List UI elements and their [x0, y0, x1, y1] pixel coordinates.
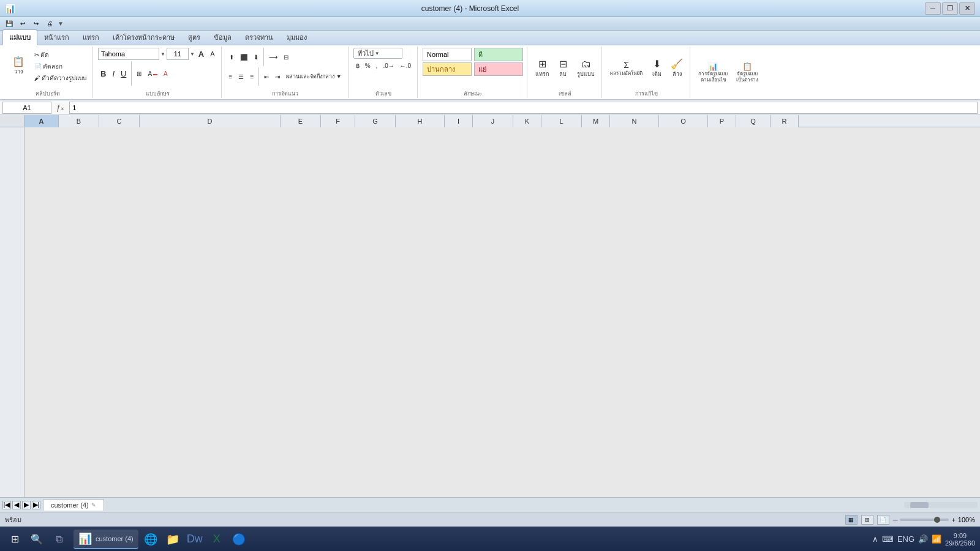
style-good-button[interactable]: ดี — [474, 48, 523, 61]
tab-formulas[interactable]: เค้าโครงหน้ากระดาษ — [106, 29, 181, 45]
align-bottom-button[interactable]: ⬇ — [251, 51, 261, 62]
col-header-Q[interactable]: Q — [736, 115, 771, 127]
tab-review[interactable]: ข้อมูล — [207, 29, 238, 45]
tab-help[interactable]: มุมมอง — [280, 29, 314, 45]
close-button[interactable]: ✕ — [959, 2, 975, 15]
increase-indent-button[interactable]: ⇥ — [273, 71, 282, 82]
align-center-button[interactable]: ☰ — [236, 71, 246, 82]
col-header-C[interactable]: C — [99, 115, 140, 127]
undo-qat-button[interactable]: ↩ — [17, 18, 28, 29]
task-view-button[interactable]: ⧉ — [49, 530, 69, 549]
format-painter-button[interactable]: 🖌 ตัวคัดวางรูปแบบ — [32, 72, 89, 83]
number-format-dropdown[interactable]: ทั่วไป ▼ — [353, 48, 402, 59]
fill-color-button[interactable]: A▬ — [145, 68, 160, 79]
sheet-nav-last[interactable]: ▶| — [32, 501, 40, 509]
align-top-button[interactable]: ⬆ — [227, 51, 236, 62]
col-header-R[interactable]: R — [771, 115, 799, 127]
col-header-P[interactable]: P — [708, 115, 736, 127]
minimize-button[interactable]: ─ — [925, 2, 941, 15]
start-button[interactable]: ⊞ — [5, 530, 24, 549]
taskbar-explorer[interactable]: 📁 — [163, 530, 183, 549]
delete-cells-button[interactable]: ⊟ ลบ — [554, 52, 571, 84]
format-cells-button[interactable]: 🗂 รูปแบบ — [574, 52, 598, 84]
zoom-in-button[interactable]: + — [951, 516, 955, 523]
redo-qat-button[interactable]: ↪ — [31, 18, 42, 29]
print-qat-button[interactable]: 🖨 — [44, 18, 55, 29]
col-header-L[interactable]: L — [541, 115, 582, 127]
comma-button[interactable]: , — [374, 60, 380, 71]
h-scrollbar-track[interactable] — [904, 502, 978, 508]
sheet-nav-first[interactable]: |◀ — [2, 501, 11, 509]
taskbar-edge[interactable]: 🌐 — [141, 530, 160, 549]
wrap-text-button[interactable]: ⟶ — [266, 51, 280, 62]
paste-button[interactable]: 📋 วาง — [6, 48, 31, 83]
zoom-out-button[interactable]: ─ — [893, 516, 898, 523]
align-middle-button[interactable]: ⬛ — [238, 51, 250, 62]
col-header-H[interactable]: H — [396, 115, 445, 127]
col-header-M[interactable]: M — [582, 115, 610, 127]
insert-cells-button[interactable]: ⊞ แทรก — [532, 52, 552, 84]
systray-network[interactable]: 📶 — [932, 534, 941, 544]
sheet-nav-prev[interactable]: ◀ — [12, 501, 21, 509]
taskbar-app6[interactable]: 🔵 — [229, 530, 249, 549]
name-box[interactable] — [2, 102, 51, 114]
sheet-nav-next[interactable]: ▶ — [22, 501, 31, 509]
font-color-button[interactable]: A — [161, 68, 170, 79]
taskbar-dw[interactable]: Dw — [185, 530, 205, 549]
function-icon[interactable]: ƒₓ — [54, 103, 67, 112]
merge-center-button[interactable]: ผสานและจัดกึ่งกลาง ▼ — [284, 71, 344, 82]
systray-keyboard[interactable]: ⌨ — [882, 534, 894, 544]
col-header-D[interactable]: D — [140, 115, 281, 127]
col-header-E[interactable]: E — [281, 115, 321, 127]
qat-customize[interactable]: ▼ — [58, 20, 64, 27]
style-normal-button[interactable]: Normal — [423, 48, 472, 61]
merge-button[interactable]: ⊟ — [281, 51, 291, 62]
taskbar-excel-app[interactable]: 📊 customer (4) — [74, 530, 138, 549]
sheet-tab-main[interactable]: customer (4) ✎ — [43, 499, 104, 511]
border-button[interactable]: ⊞ — [134, 68, 144, 79]
decrease-decimal-button[interactable]: ←.0 — [398, 60, 413, 71]
grid-scroll[interactable] — [24, 127, 980, 497]
autosum-button[interactable]: Σ ผลรวมอัตโนมัติ — [607, 52, 646, 84]
col-header-A[interactable]: A — [24, 115, 59, 127]
bold-button[interactable]: B — [98, 68, 108, 79]
align-right-button[interactable]: ≡ — [247, 71, 256, 82]
normal-view-button[interactable]: ▦ — [845, 515, 858, 525]
font-size-input[interactable] — [167, 48, 189, 60]
decrease-font-button[interactable]: A — [208, 48, 217, 59]
search-button[interactable]: 🔍 — [27, 530, 47, 549]
style-mid-button[interactable]: ปานกลาง — [423, 62, 472, 76]
font-name-dropdown[interactable]: ▼ — [160, 51, 165, 57]
page-layout-view-button[interactable]: ⊞ — [861, 515, 873, 525]
page-break-view-button[interactable]: 📄 — [877, 515, 889, 525]
increase-decimal-button[interactable]: .0→ — [380, 60, 396, 71]
fill-button[interactable]: ⬇ เติม — [648, 52, 665, 84]
taskbar-excel[interactable]: X — [207, 530, 227, 549]
style-bad-button[interactable]: แย่ — [474, 62, 523, 76]
col-header-I[interactable]: I — [445, 115, 473, 127]
col-header-F[interactable]: F — [321, 115, 355, 127]
col-header-G[interactable]: G — [355, 115, 396, 127]
col-header-N[interactable]: N — [610, 115, 659, 127]
tab-view[interactable]: ตรวจทาน — [238, 29, 280, 45]
col-header-B[interactable]: B — [59, 115, 99, 127]
italic-button[interactable]: I — [110, 68, 117, 79]
save-qat-button[interactable]: 💾 — [4, 18, 15, 29]
col-header-K[interactable]: K — [513, 115, 541, 127]
systray-volume[interactable]: 🔊 — [918, 534, 928, 544]
tab-data[interactable]: สูตร — [181, 29, 207, 45]
copy-button[interactable]: 📄 คัดลอก — [32, 61, 89, 72]
systray-lang[interactable]: ENG — [897, 534, 914, 544]
clear-button[interactable]: 🧹 ล้าง — [668, 52, 686, 84]
restore-button[interactable]: ❐ — [942, 2, 958, 15]
cell-styles-button[interactable]: 📋 จัดรูปแบบเป็นตาราง — [733, 56, 761, 88]
font-name-input[interactable] — [98, 48, 159, 60]
format-as-table-button[interactable]: 📊 การจัดรูปแบบตามเงื่อนไข — [695, 56, 731, 88]
tab-pagelayout[interactable]: แทรก — [76, 29, 106, 45]
align-left-button[interactable]: ≡ — [227, 71, 235, 82]
zoom-thumb[interactable] — [934, 517, 940, 523]
increase-font-button[interactable]: A — [196, 48, 206, 59]
tab-insert[interactable]: หน้าแรก — [37, 29, 76, 45]
formula-input[interactable] — [69, 102, 978, 114]
tab-home[interactable]: แม่แบบ — [2, 29, 37, 45]
